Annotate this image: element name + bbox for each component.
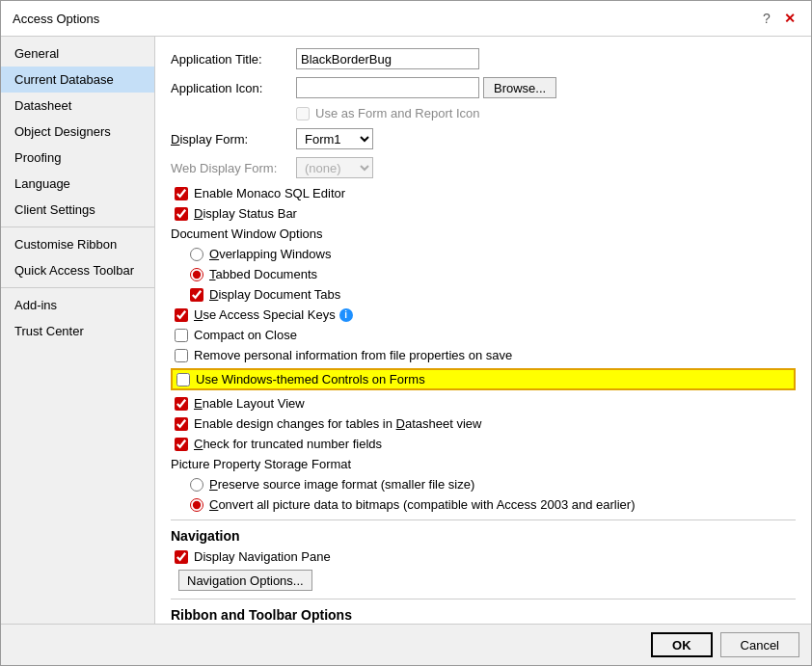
- display-doc-tabs-label: Display Document Tabs: [209, 287, 340, 302]
- compact-on-close-row: Compact on Close: [171, 328, 796, 342]
- navigation-options-button[interactable]: Navigation Options...: [178, 570, 312, 591]
- display-form-select[interactable]: Form1: [296, 128, 373, 149]
- info-icon[interactable]: i: [339, 308, 353, 322]
- use-access-special-keys-checkbox[interactable]: [175, 308, 188, 322]
- display-status-bar-row: Display Status Bar: [171, 206, 796, 221]
- tabbed-documents-label: Tabbed Documents: [209, 267, 317, 281]
- help-button[interactable]: ?: [757, 9, 776, 28]
- preserve-source-row: Preserve source image format (smaller fi…: [171, 477, 796, 492]
- access-options-dialog: Access Options ? ✕ General Current Datab…: [0, 0, 812, 666]
- picture-property-label: Picture Property Storage Format: [171, 457, 796, 471]
- display-nav-pane-row: Display Navigation Pane: [171, 549, 796, 564]
- sidebar-divider-1: [1, 226, 154, 227]
- sidebar-item-proofing[interactable]: Proofing: [1, 145, 154, 171]
- navigation-section: Navigation Display Navigation Pane Navig…: [171, 528, 796, 591]
- display-doc-tabs-checkbox[interactable]: [190, 288, 203, 302]
- overlapping-windows-radio[interactable]: [190, 248, 203, 261]
- navigation-divider: [171, 519, 796, 520]
- tabbed-documents-row: Tabbed Documents: [171, 267, 796, 281]
- dialog-title: Access Options: [13, 12, 99, 26]
- enable-layout-view-row: Enable Layout View: [171, 396, 796, 411]
- enable-layout-view-label: Enable Layout View: [194, 396, 305, 411]
- cancel-button[interactable]: Cancel: [720, 632, 799, 657]
- remove-personal-info-checkbox[interactable]: [175, 349, 188, 362]
- navigation-section-title: Navigation: [171, 528, 796, 544]
- sidebar: General Current Database Datasheet Objec…: [1, 37, 155, 624]
- check-truncated-row: Check for truncated number fields: [171, 437, 796, 451]
- app-icon-row: Application Icon: Browse...: [171, 77, 796, 98]
- enable-design-changes-label: Enable design changes for tables in Data…: [194, 416, 481, 431]
- overlapping-windows-label: Overlapping Windows: [209, 247, 331, 261]
- display-form-row: Display Form: Form1: [171, 128, 796, 149]
- dialog-footer: OK Cancel: [1, 624, 811, 665]
- enable-layout-view-checkbox[interactable]: [175, 397, 188, 411]
- enable-design-changes-checkbox[interactable]: [175, 417, 188, 431]
- enable-monaco-row: Enable Monaco SQL Editor: [171, 186, 796, 200]
- preserve-source-label: Preserve source image format (smaller fi…: [209, 477, 474, 492]
- convert-picture-label: Convert all picture data to bitmaps (com…: [209, 497, 636, 512]
- ok-button[interactable]: OK: [651, 632, 713, 657]
- enable-design-changes-row: Enable design changes for tables in Data…: [171, 416, 796, 431]
- compact-on-close-label: Compact on Close: [194, 328, 297, 342]
- navigation-options-row: Navigation Options...: [171, 570, 796, 591]
- display-nav-pane-label: Display Navigation Pane: [194, 549, 331, 564]
- use-form-report-row: Use as Form and Report Icon: [171, 106, 796, 120]
- convert-picture-row: Convert all picture data to bitmaps (com…: [171, 497, 796, 512]
- sidebar-divider-2: [1, 287, 154, 288]
- app-icon-label: Application Icon:: [171, 81, 296, 95]
- use-windows-themed-label: Use Windows-themed Controls on Forms: [196, 372, 425, 386]
- sidebar-item-customise-ribbon[interactable]: Customise Ribbon: [1, 231, 154, 257]
- sidebar-item-add-ins[interactable]: Add-ins: [1, 292, 154, 318]
- sidebar-item-trust-center[interactable]: Trust Center: [1, 318, 154, 344]
- close-button[interactable]: ✕: [780, 9, 799, 28]
- sidebar-item-client-settings[interactable]: Client Settings: [1, 197, 154, 223]
- dialog-body: General Current Database Datasheet Objec…: [1, 37, 811, 624]
- doc-window-label: Document Window Options: [171, 226, 796, 241]
- display-status-bar-label: Display Status Bar: [194, 206, 297, 221]
- use-form-report-checkbox[interactable]: [296, 107, 310, 120]
- sidebar-item-current-database[interactable]: Current Database: [1, 67, 154, 93]
- browse-button[interactable]: Browse...: [483, 77, 556, 98]
- ribbon-toolbar-label: Ribbon and Toolbar Options: [171, 607, 796, 623]
- display-form-label: Display Form:: [171, 132, 296, 147]
- sidebar-item-general[interactable]: General: [1, 40, 154, 67]
- use-windows-themed-checkbox[interactable]: [176, 373, 190, 386]
- title-bar-controls: ? ✕: [757, 9, 799, 28]
- use-form-report-label: Use as Form and Report Icon: [315, 106, 480, 120]
- web-display-form-label: Web Display Form:: [171, 161, 296, 175]
- sidebar-item-language[interactable]: Language: [1, 171, 154, 197]
- sidebar-item-datasheet[interactable]: Datasheet: [1, 93, 154, 119]
- enable-monaco-checkbox[interactable]: [175, 187, 188, 200]
- convert-picture-radio[interactable]: [190, 498, 203, 512]
- sidebar-item-quick-access-toolbar[interactable]: Quick Access Toolbar: [1, 257, 154, 283]
- ribbon-divider: [171, 599, 796, 599]
- use-access-special-keys-row: Use Access Special Keys i: [171, 307, 796, 322]
- remove-personal-info-label: Remove personal information from file pr…: [194, 348, 512, 362]
- app-title-label: Application Title:: [171, 52, 296, 67]
- use-windows-themed-row: Use Windows-themed Controls on Forms: [171, 368, 796, 390]
- display-doc-tabs-row: Display Document Tabs: [171, 287, 796, 302]
- title-bar: Access Options ? ✕: [1, 1, 811, 37]
- use-access-special-keys-label: Use Access Special Keys: [194, 307, 336, 322]
- remove-personal-info-row: Remove personal information from file pr…: [171, 348, 796, 362]
- preserve-source-radio[interactable]: [190, 478, 203, 492]
- check-truncated-checkbox[interactable]: [175, 438, 188, 451]
- compact-on-close-checkbox[interactable]: [175, 329, 188, 342]
- display-nav-pane-checkbox[interactable]: [175, 550, 188, 564]
- tabbed-documents-radio[interactable]: [190, 268, 203, 281]
- display-status-bar-checkbox[interactable]: [175, 207, 188, 221]
- overlapping-windows-row: Overlapping Windows: [171, 247, 796, 261]
- app-title-input[interactable]: [296, 48, 479, 69]
- app-title-row: Application Title:: [171, 48, 796, 69]
- check-truncated-label: Check for truncated number fields: [194, 437, 382, 451]
- app-icon-input[interactable]: [296, 77, 479, 98]
- web-display-form-select[interactable]: (none): [296, 157, 373, 178]
- main-content: Application Title: Application Icon: Bro…: [155, 37, 811, 624]
- enable-monaco-label: Enable Monaco SQL Editor: [194, 186, 345, 200]
- sidebar-item-object-designers[interactable]: Object Designers: [1, 119, 154, 145]
- web-display-form-row: Web Display Form: (none): [171, 157, 796, 178]
